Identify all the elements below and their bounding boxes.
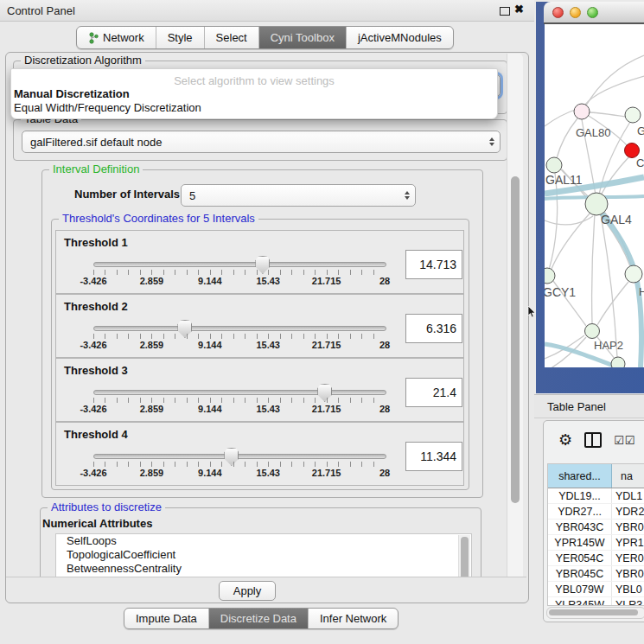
tab-select[interactable]: Select	[205, 27, 259, 48]
node-h[interactable]	[625, 265, 642, 283]
table-panel-titlebar: Table Panel	[534, 394, 644, 418]
number-of-intervals-combobox[interactable]: 5	[181, 184, 416, 207]
table-row[interactable]: YBL079WYBL0	[548, 582, 644, 597]
popup-option-equal-width[interactable]: Equal Width/Frequency Discretization	[14, 101, 201, 114]
list-scrollbar-thumb[interactable]	[461, 537, 469, 577]
table-row[interactable]: YBR043CYBR0	[548, 520, 644, 535]
threshold-coordinates-group: Threshold's Coordinates for 5 Intervals …	[51, 219, 469, 490]
node-label-gal80: GAL80	[576, 126, 610, 139]
table-row[interactable]: YPR145WYPR1	[548, 535, 644, 551]
node-label-cut: H	[639, 285, 644, 298]
interval-definition-group: Interval Definition Number of Intervals …	[41, 169, 483, 498]
table-data-value: galFiltered.sif default node	[30, 136, 162, 149]
table-horizontal-scrollbar-thumb[interactable]	[549, 609, 638, 615]
settings-viewport: Discretization Algorithm Select algorith…	[6, 53, 507, 577]
threshold-4-slider[interactable]	[93, 454, 386, 459]
node-pink[interactable]	[574, 104, 590, 119]
popup-hint: Select algorithm to view settings	[11, 74, 497, 87]
node-hap2[interactable]	[585, 324, 600, 339]
node-green-top[interactable]	[625, 107, 641, 123]
column-header-shared[interactable]: shared...	[548, 464, 612, 488]
table-row[interactable]: YLR345WYLR3	[548, 597, 644, 606]
threshold-2-panel: Threshold 2 -3.426 2.859 9.144 15.43 21.…	[55, 294, 464, 358]
attributes-group-label: Attributes to discretize	[48, 501, 165, 513]
tab-cyni-toolbox[interactable]: Cyni Toolbox	[259, 27, 347, 48]
close-icon[interactable]: ✖	[514, 3, 524, 16]
slider-tick-labels: -3.426 2.859 9.144 15.43 21.715 28	[93, 468, 385, 480]
table-horizontal-scrollbar[interactable]	[546, 607, 644, 619]
tab-jactivemnodules[interactable]: jActiveMNodules	[347, 27, 453, 48]
threshold-2-slider[interactable]	[93, 326, 386, 331]
node-label-gcy1: GCY1	[545, 285, 576, 299]
slider-tick-labels: -3.426 2.859 9.144 15.43 21.715 28	[93, 404, 385, 416]
tab-discretize-data[interactable]: Discretize Data	[209, 609, 309, 628]
settings-scrollbar[interactable]	[507, 54, 523, 600]
slider-ticks	[93, 334, 385, 339]
numerical-attributes-label: Numerical Attributes	[42, 517, 152, 530]
slider-tick-labels: -3.426 2.859 9.144 15.43 21.715 28	[93, 276, 385, 288]
table-row[interactable]: YBR045CYBR0	[548, 566, 644, 582]
tab-network[interactable]: Network	[77, 27, 156, 48]
node-label-cut: G.	[637, 124, 644, 137]
list-scrollbar[interactable]	[458, 535, 470, 577]
number-of-intervals-label: Number of Intervals	[74, 188, 180, 201]
table-panel-title: Table Panel	[534, 400, 606, 413]
node-label-cut: C	[636, 156, 644, 169]
table-panel-toolbar: ⚙ ☑☑	[544, 421, 644, 459]
slider-ticks	[93, 398, 385, 403]
node-label-gal4: GAL4	[601, 213, 632, 226]
threshold-1-panel: Threshold 1 -3.426 2.859 9.144 15.43 21.…	[55, 230, 464, 294]
slider-tick-labels: -3.426 2.859 9.144 15.43 21.715 28	[93, 340, 385, 352]
threshold-2-value-field[interactable]: 6.316	[405, 314, 462, 343]
node-bottom[interactable]	[611, 357, 625, 367]
tab-network-label: Network	[103, 31, 144, 44]
column-layout-icon[interactable]	[584, 432, 602, 448]
list-item[interactable]: TopologicalCoefficient	[56, 548, 471, 562]
node-label-hap2: HAP2	[594, 339, 623, 352]
network-canvas[interactable]: GAL80 G. C GAL11 GAL4 H GCY1 HAP2	[545, 24, 644, 367]
popup-option-manual-discretization[interactable]: Manual Discretization	[14, 87, 130, 100]
tab-style[interactable]: Style	[156, 27, 205, 48]
apply-row: Apply	[6, 577, 526, 602]
zoom-window-icon[interactable]	[587, 7, 598, 18]
threshold-3-value-field[interactable]: 21.4	[405, 378, 462, 407]
node-gal11[interactable]	[546, 157, 562, 173]
discretization-algorithm-group-label: Discretization Algorithm	[21, 54, 145, 67]
gear-icon[interactable]: ⚙	[558, 432, 572, 448]
node-red-selected[interactable]	[625, 143, 640, 158]
threshold-coordinates-group-label: Threshold's Coordinates for 5 Intervals	[59, 212, 258, 225]
list-item[interactable]: BetweennessCentrality	[56, 562, 471, 576]
slider-ticks	[93, 270, 385, 275]
minimize-window-icon[interactable]	[570, 7, 581, 18]
table-row[interactable]: YER054CYER0	[548, 551, 644, 566]
table-row[interactable]: YDR27...YDR2	[548, 504, 644, 520]
column-header-name[interactable]: na	[612, 464, 644, 488]
control-panel-tabs: Network Style Select Cyni Toolbox jActiv…	[76, 26, 454, 49]
stepper-arrows-icon	[405, 191, 410, 200]
tab-impute-data[interactable]: Impute Data	[124, 609, 209, 628]
table-data-group: Table Data galFiltered.sif default node	[13, 119, 507, 161]
threshold-4-label: Threshold 4	[64, 428, 128, 441]
table-panel-body: ⚙ ☑☑ shared... na YDL19...YDL1 YDR27...Y…	[543, 420, 644, 622]
checkbox-icons[interactable]: ☑☑	[614, 434, 635, 447]
table-row[interactable]: YDL19...YDL1	[548, 488, 644, 504]
threshold-3-slider[interactable]	[93, 390, 386, 395]
settings-scrollbar-thumb[interactable]	[511, 176, 520, 503]
apply-button[interactable]: Apply	[219, 581, 276, 601]
threshold-1-label: Threshold 1	[64, 236, 128, 249]
table-data-combobox[interactable]: galFiltered.sif default node	[22, 131, 501, 153]
float-window-icon[interactable]	[500, 7, 510, 16]
threshold-3-panel: Threshold 3 -3.426 2.859 9.144 15.43 21.…	[55, 358, 464, 422]
node-table: shared... na YDL19...YDL1 YDR27...YDR2 Y…	[547, 463, 644, 606]
tab-infer-network[interactable]: Infer Network	[309, 609, 398, 628]
threshold-1-slider[interactable]	[93, 262, 386, 267]
cyni-toolbox-panel: Discretization Algorithm Select algorith…	[5, 52, 529, 603]
list-item[interactable]: SelfLoops	[56, 534, 471, 548]
threshold-1-value-field[interactable]: 14.713	[405, 250, 462, 279]
close-window-icon[interactable]	[552, 7, 564, 18]
numerical-attributes-list: SelfLoops TopologicalCoefficient Between…	[55, 533, 472, 577]
threshold-4-value-field[interactable]: 11.344	[405, 442, 462, 471]
control-panel-title: Control Panel	[0, 4, 75, 17]
algorithm-dropdown-popup: Select algorithm to view settings Manual…	[10, 68, 498, 119]
cyni-mode-tabs: Impute Data Discretize Data Infer Networ…	[124, 608, 399, 629]
